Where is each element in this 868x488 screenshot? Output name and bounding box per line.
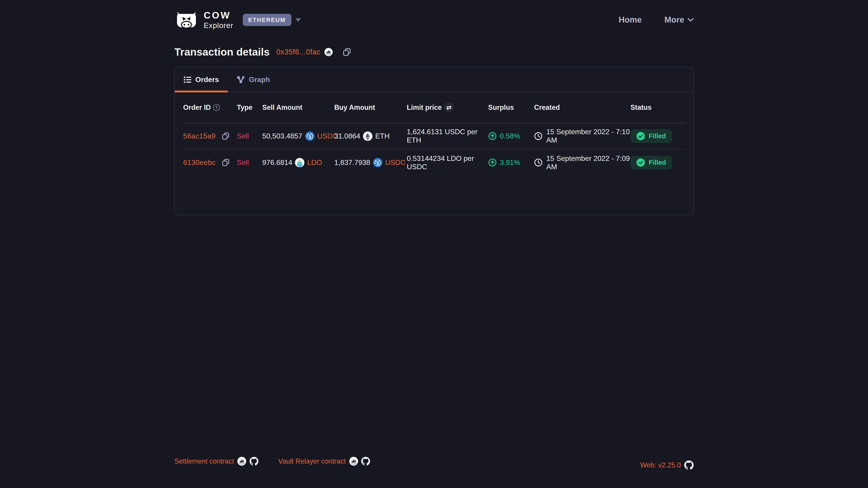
github-icon[interactable] — [361, 457, 370, 466]
limit-price-cell: 1,624.6131 USDC per ETH — [407, 128, 488, 144]
github-icon[interactable] — [250, 457, 258, 466]
buy-amount-cell: 1,837.7938 $ USDC — [334, 158, 407, 167]
check-circle-icon — [637, 132, 645, 140]
copy-tx-hash-icon[interactable] — [343, 48, 351, 56]
network-badge[interactable]: ETHEREUM — [243, 14, 291, 26]
usdc-icon: $ — [305, 131, 315, 141]
token-link[interactable]: USDC — [385, 158, 405, 167]
order-type: Sell — [237, 158, 262, 167]
table-row: 56ac15a9 Sell 50,503.4857 — [183, 123, 685, 150]
tab-bar: Orders Graph — [175, 67, 693, 92]
order-id-link[interactable]: 56ac15a9 — [183, 132, 216, 140]
etherscan-icon[interactable] — [349, 457, 358, 466]
copy-icon[interactable] — [222, 132, 229, 140]
surplus-up-icon — [488, 132, 497, 140]
status-badge: Filled — [630, 156, 672, 169]
svg-text:$: $ — [309, 134, 311, 139]
title-row: Transaction details 0x35f6...0fac — [174, 46, 693, 58]
order-type: Sell — [237, 132, 262, 140]
status-cell: Filled — [630, 129, 685, 143]
created-cell: 15 September 2022 - 7:09 AM — [534, 154, 630, 171]
graph-icon — [237, 76, 245, 84]
svg-text:?: ? — [215, 105, 218, 110]
order-id-link[interactable]: 6130eebc — [183, 158, 216, 167]
etherscan-icon[interactable] — [237, 457, 246, 466]
sell-amount-cell: 976.6814 — [262, 158, 334, 167]
web-version: Web: v2.25.0 — [640, 460, 693, 470]
main-nav: Home More — [619, 15, 694, 25]
clock-icon — [534, 132, 542, 140]
check-circle-icon — [637, 158, 645, 167]
cow-explorer-app: COW Explorer ETHEREUM Home More — [0, 0, 868, 488]
etherscan-link-icon[interactable] — [324, 48, 333, 56]
tab-graph[interactable]: Graph — [228, 67, 279, 92]
buy-amount-cell: 31.0864 ETH — [334, 131, 407, 141]
clock-icon — [534, 158, 542, 167]
orders-table: Order ID ? Type Sell Amount Buy Amount L… — [175, 92, 693, 175]
nav-home[interactable]: Home — [619, 15, 642, 25]
table-row: 6130eebc Sell 976.6814 — [183, 150, 685, 175]
list-icon — [184, 76, 191, 83]
usdc-icon: $ — [373, 158, 382, 167]
surplus-up-icon — [488, 158, 497, 167]
sell-amount-cell: 50,503.4857 $ USDC — [262, 131, 334, 141]
github-icon[interactable] — [684, 460, 694, 470]
help-icon[interactable]: ? — [213, 104, 220, 111]
token-label: ETH — [375, 132, 390, 140]
cow-explorer-logo[interactable]: COW Explorer — [174, 11, 233, 29]
network-caret-icon — [295, 18, 301, 22]
copy-icon[interactable] — [222, 159, 229, 166]
tx-hash-link[interactable]: 0x35f6...0fac — [276, 48, 320, 56]
settlement-contract-link: Settlement contract — [174, 457, 258, 466]
page-title: Transaction details — [174, 46, 270, 58]
table-header: Order ID ? Type Sell Amount Buy Amount L… — [183, 92, 685, 123]
vault-relayer-contract-link: Vault Relayer contract — [278, 457, 370, 466]
created-cell: 15 September 2022 - 7:10 AM — [534, 128, 630, 144]
brand-product: Explorer — [204, 22, 233, 29]
svg-text:$: $ — [377, 160, 379, 165]
status-badge: Filled — [630, 129, 672, 143]
orders-card: Orders Graph — [174, 67, 693, 215]
ldo-icon — [295, 158, 305, 167]
surplus-cell: 0.58% — [488, 132, 534, 140]
chevron-down-icon — [688, 18, 694, 22]
network-selector[interactable]: ETHEREUM — [243, 14, 301, 26]
limit-price-cell: 0.53144234 LDO per USDC — [407, 154, 488, 171]
eth-icon — [363, 131, 373, 141]
token-link[interactable]: LDO — [307, 158, 322, 167]
tab-orders[interactable]: Orders — [175, 67, 228, 92]
footer: Settlement contract — [0, 453, 868, 470]
top-bar: COW Explorer ETHEREUM Home More — [174, 0, 693, 32]
brand-name: COW — [204, 11, 233, 20]
status-cell: Filled — [630, 156, 685, 169]
surplus-cell: 3.91% — [488, 158, 534, 167]
swap-price-direction-icon[interactable]: ⇄ — [444, 102, 454, 112]
nav-more[interactable]: More — [664, 15, 693, 25]
cow-logo-icon — [174, 11, 199, 29]
